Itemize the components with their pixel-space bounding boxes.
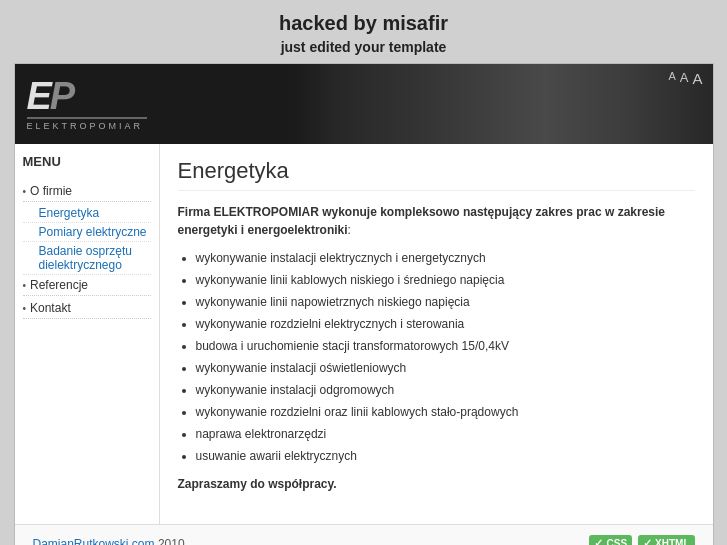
content-area: MENU • O firmie Energetyka Pomiary elekt… [15, 144, 713, 524]
logo-letters: EP [27, 77, 74, 115]
sidebar-item-referencje[interactable]: • Referencje [23, 275, 151, 296]
hack-subtitle: just edited your template [0, 39, 727, 55]
list-item: wykonywanie instalacji elektrycznych i e… [196, 249, 695, 267]
html-badge[interactable]: ✓ XHTML [638, 535, 694, 545]
list-item: wykonywanie linii napowietrznych niskieg… [196, 293, 695, 311]
list-item: usuwanie awarii elektrycznych [196, 447, 695, 465]
intro-paragraph: Firma ELEKTROPOMIAR wykonuje kompleksowo… [178, 203, 695, 239]
logo-e: E [27, 75, 50, 117]
main-content: Energetyka Firma ELEKTROPOMIAR wykonuje … [160, 144, 713, 524]
footer-badges: ✓ CSS ✓ XHTML [589, 535, 694, 545]
list-item: wykonywanie linii kablowych niskiego i ś… [196, 271, 695, 289]
bullet-icon: • [23, 303, 27, 314]
sidebar: MENU • O firmie Energetyka Pomiary elekt… [15, 144, 160, 524]
hack-title: hacked by misafir [0, 12, 727, 35]
bullet-icon: • [23, 186, 27, 197]
html-badge-label: XHTML [655, 538, 689, 545]
list-item: wykonywanie rozdzielni elektrycznych i s… [196, 315, 695, 333]
css-badge-label: CSS [606, 538, 627, 545]
header-text-controls: A A A [668, 70, 702, 87]
footer-left: DamianRutkowski.com 2010 [33, 537, 185, 546]
list-item: wykonywanie instalacji odgromowych [196, 381, 695, 399]
bullet-list: wykonywanie instalacji elektrycznych i e… [196, 249, 695, 465]
sidebar-menu-label: MENU [23, 154, 151, 173]
sidebar-item-pomiary[interactable]: Pomiary elektryczne [23, 223, 151, 242]
sidebar-item-badanie[interactable]: Badanie osprzętu dielektrycznego [23, 242, 151, 275]
sidebar-item-label: Referencje [30, 278, 88, 292]
footer-year-text: 2010 [158, 537, 185, 546]
text-size-medium[interactable]: A [680, 70, 689, 87]
logo-divider [27, 117, 147, 119]
sidebar-item-kontakt[interactable]: • Kontakt [23, 298, 151, 319]
intro-bold: Firma ELEKTROPOMIAR wykonuje kompleksowo… [178, 205, 666, 237]
page-title: Energetyka [178, 158, 695, 191]
list-item: wykonywanie instalacji oświetleniowych [196, 359, 695, 377]
css-badge[interactable]: ✓ CSS [589, 535, 632, 545]
site-header: EP ELEKTROPOMIAR A A A [15, 64, 713, 144]
site-wrapper: EP ELEKTROPOMIAR A A A MENU • O firmie E… [14, 63, 714, 545]
intro-suffix: : [348, 223, 351, 237]
bullet-icon: • [23, 280, 27, 291]
logo-p: P [50, 75, 73, 117]
sidebar-item-energetyka[interactable]: Energetyka [23, 204, 151, 223]
footer-link[interactable]: DamianRutkowski.com [33, 537, 155, 546]
list-item: budowa i uruchomienie stacji transformat… [196, 337, 695, 355]
sidebar-item-label: O firmie [30, 184, 72, 198]
logo-area: EP ELEKTROPOMIAR [27, 77, 147, 131]
hack-banner: hacked by misafir just edited your templ… [0, 0, 727, 63]
html-check-icon: ✓ [643, 537, 652, 545]
logo-tagline: ELEKTROPOMIAR [27, 121, 144, 131]
text-size-small[interactable]: A [668, 70, 675, 87]
closing-text: Zapraszamy do współpracy. [178, 477, 695, 491]
text-size-large[interactable]: A [692, 70, 702, 87]
list-item: naprawa elektronarzędzi [196, 425, 695, 443]
header-background [293, 64, 713, 144]
list-item: wykonywanie rozdzielni oraz linii kablow… [196, 403, 695, 421]
sidebar-item-ofirmie[interactable]: • O firmie [23, 181, 151, 202]
site-footer: DamianRutkowski.com 2010 ✓ CSS ✓ XHTML [15, 524, 713, 545]
css-check-icon: ✓ [594, 537, 603, 545]
sidebar-item-label: Kontakt [30, 301, 71, 315]
